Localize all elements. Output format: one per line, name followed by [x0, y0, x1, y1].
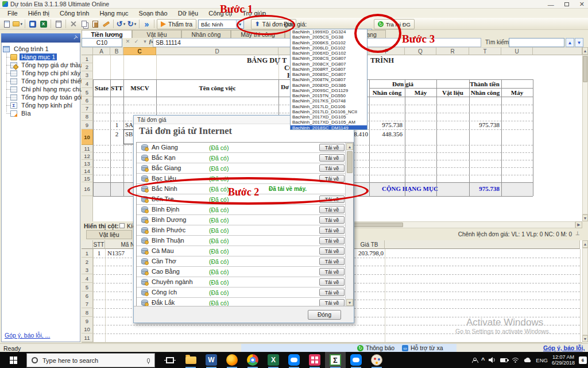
- tab-Tiền lương[interactable]: Tiền lương: [82, 30, 132, 38]
- row-header-5[interactable]: 5: [82, 283, 93, 292]
- sidebar-item-Chi phí hạng mục chung[interactable]: Chi phí hạng mục chung: [10, 85, 91, 93]
- sidebar-item-Tổng hợp giá dự thầu[interactable]: Tổng hợp giá dự thầu: [10, 61, 84, 69]
- row-header-11[interactable]: 11: [82, 334, 93, 342]
- tab-Vật liệu[interactable]: Vật liệu: [132, 30, 181, 38]
- row-header-2[interactable]: 2: [82, 258, 93, 266]
- scroll-down-button[interactable]: ▼: [582, 335, 588, 342]
- province-combo[interactable]: Bắc Ninh▼: [198, 20, 244, 29]
- download-button[interactable]: Tải về: [319, 195, 345, 203]
- row-header-7[interactable]: 7: [82, 105, 93, 113]
- scroll-up-button[interactable]: ▲: [346, 143, 353, 150]
- column-header-R[interactable]: R: [436, 47, 469, 55]
- dropdown-item[interactable]: BacNinh_1999XD_DG324: [291, 29, 367, 34]
- search-up-button[interactable]: ▲: [566, 38, 574, 47]
- onedrive-cloud-icon[interactable]: [523, 357, 532, 363]
- column-header-B[interactable]: B: [110, 47, 123, 55]
- redo-icon[interactable]: ↻▾: [127, 19, 137, 29]
- row-header-2[interactable]: 2: [82, 63, 93, 71]
- download-button[interactable]: Tải về: [319, 227, 345, 234]
- start-button[interactable]: [0, 352, 26, 368]
- row-header-13[interactable]: 13: [82, 160, 93, 167]
- maximize-icon[interactable]: [564, 2, 569, 6]
- notice-status[interactable]: Thông báo: [366, 344, 394, 351]
- taskbar-app-zalo[interactable]: [346, 352, 366, 368]
- tab-vat-lieu[interactable]: Vật liệu: [86, 230, 132, 239]
- taskbar-app-chrome[interactable]: [242, 352, 263, 368]
- column-header-Q[interactable]: Q: [405, 47, 436, 55]
- feedback-link[interactable]: Góp ý, báo lỗi, ...: [5, 332, 50, 339]
- pin-icon[interactable]: ⊤: [575, 230, 580, 236]
- column-header-C[interactable]: C: [123, 47, 156, 55]
- undo-icon[interactable]: ↺▾: [116, 19, 126, 29]
- dropdown-item[interactable]: BacNinh_2017LD_DG106: [291, 104, 367, 109]
- copy-icon[interactable]: [79, 19, 89, 29]
- notification-icon[interactable]: ↻: [357, 345, 363, 351]
- menu-item-Dữ liệu[interactable]: Dữ liệu: [173, 9, 204, 17]
- taskbar-app-eta[interactable]: Σ: [325, 352, 346, 368]
- row-header-6[interactable]: 6: [82, 292, 93, 300]
- dropdown-item[interactable]: BacNinh_2006LD_DG102: [291, 45, 367, 51]
- download-button[interactable]: Tải về: [319, 216, 345, 224]
- dropdown-item[interactable]: BacNinh_2008RT_DG807: [291, 67, 367, 72]
- dropdown-item[interactable]: BacNinh_2008CX_DG807: [291, 62, 367, 67]
- search-input[interactable]: [509, 38, 564, 47]
- download-button[interactable]: Tải về: [319, 237, 345, 244]
- dropdown-item[interactable]: BacNinh_2008CS_DG807: [291, 56, 367, 61]
- tab-Máy thi công[interactable]: Máy thi công: [231, 30, 285, 38]
- clock[interactable]: 12:07 AM6/29/2018: [552, 354, 575, 366]
- tab-Nhân công[interactable]: Nhân công: [181, 30, 231, 38]
- dropdown-item[interactable]: BacNinh_2006KS_DG102: [291, 40, 367, 45]
- vertical-scrollbar[interactable]: [582, 248, 588, 335]
- download-button[interactable]: Tải về: [319, 268, 345, 275]
- scroll-up-button[interactable]: ▲: [582, 240, 588, 248]
- taskbar-search[interactable]: Type here to search: [26, 353, 155, 367]
- dropdown-item[interactable]: BacNinh_2009SC_DG1129: [291, 88, 367, 93]
- cell-value[interactable]: 975.738: [468, 121, 500, 128]
- row-header-9[interactable]: 9: [82, 121, 93, 129]
- open-icon[interactable]: ▾: [13, 19, 22, 29]
- row-header-1[interactable]: 1: [82, 249, 93, 258]
- column-header-T[interactable]: T: [469, 47, 501, 55]
- don-gia-dropdown-list[interactable]: BacNinh_1999XD_DG324BacNinh_2005CS_DG38B…: [290, 29, 368, 130]
- taskbar-app-zalo[interactable]: [284, 352, 304, 368]
- download-button[interactable]: Tải về: [319, 154, 345, 162]
- close-dialog-button[interactable]: Đóng: [308, 310, 341, 320]
- tra-lai-dg-button[interactable]: ↻ Tra lại ĐG: [374, 19, 415, 29]
- sidebar-item-Tổng hợp kinh phí[interactable]: ΣTổng hợp kinh phí: [10, 101, 74, 109]
- scroll-down-button[interactable]: ▼: [346, 299, 353, 306]
- cell-value[interactable]: 975.738: [369, 121, 403, 128]
- language-indicator[interactable]: ENG: [536, 357, 548, 363]
- battery-icon[interactable]: [500, 358, 508, 362]
- print-preview-icon[interactable]: [53, 19, 63, 29]
- dropdown-item[interactable]: BacNinh_2015TN_DG550: [291, 93, 367, 98]
- speaker-icon[interactable]: [489, 357, 496, 363]
- scrollbar-thumb[interactable]: [583, 56, 587, 82]
- row-header-8[interactable]: 8: [82, 308, 93, 317]
- taskbar-app-excel[interactable]: X: [263, 352, 284, 368]
- sidebar-item-Bìa[interactable]: Bìa: [10, 109, 33, 117]
- taskbar-app-firefox[interactable]: [222, 352, 242, 368]
- menu-item-Hiển thị[interactable]: Hiển thị: [23, 9, 55, 17]
- row-header-14[interactable]: 14: [82, 167, 93, 175]
- dropdown-item[interactable]: BacNinh_2017XD_DG105: [291, 114, 367, 120]
- column-header-A[interactable]: A: [93, 47, 110, 55]
- dropdown-item[interactable]: BacNinh_2008XD_DG386: [291, 83, 367, 88]
- dropdown-item[interactable]: BacNinh_2008SC_DG807: [291, 72, 367, 77]
- tray-expand-icon[interactable]: ^: [481, 356, 485, 363]
- row-header-6[interactable]: 6: [82, 97, 93, 105]
- pin-icon[interactable]: ⊤: [72, 34, 79, 42]
- search-down-button[interactable]: ▼: [575, 38, 583, 47]
- tham-tra-button[interactable]: Thẩm tra: [157, 19, 196, 29]
- cell-value[interactable]: 2: [110, 131, 123, 137]
- cancel-entry-icon[interactable]: ✕: [124, 39, 131, 44]
- excel-export-icon[interactable]: X: [38, 19, 48, 29]
- dropdown-item[interactable]: BacNinh_2008TN_DG807: [291, 77, 367, 82]
- wifi-icon[interactable]: [512, 357, 519, 363]
- cell-value[interactable]: 448.356: [369, 131, 403, 137]
- column-header-P[interactable]: P: [369, 47, 405, 55]
- people-icon[interactable]: [472, 358, 477, 363]
- cell-value[interactable]: 1: [93, 250, 105, 256]
- clean-brush-icon[interactable]: [101, 19, 111, 29]
- menu-item-Hạng mục[interactable]: Hạng mục: [94, 9, 133, 17]
- row-header-11[interactable]: 11: [82, 145, 93, 152]
